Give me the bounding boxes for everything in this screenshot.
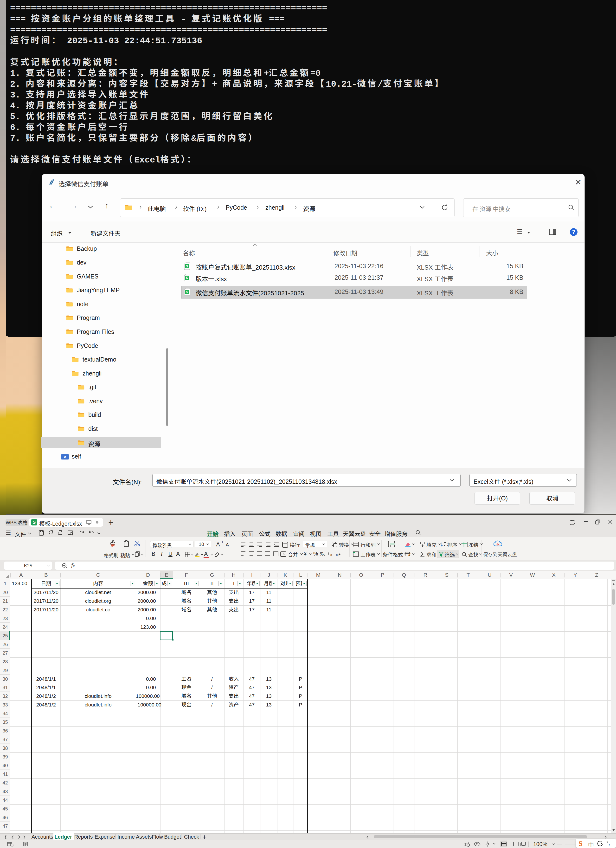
svg-text:S: S bbox=[186, 264, 188, 268]
svg-text:.0: .0 bbox=[330, 554, 332, 556]
svg-text:.00: .00 bbox=[335, 554, 339, 556]
svg-text:S: S bbox=[186, 276, 188, 280]
svg-text:S: S bbox=[186, 290, 188, 294]
